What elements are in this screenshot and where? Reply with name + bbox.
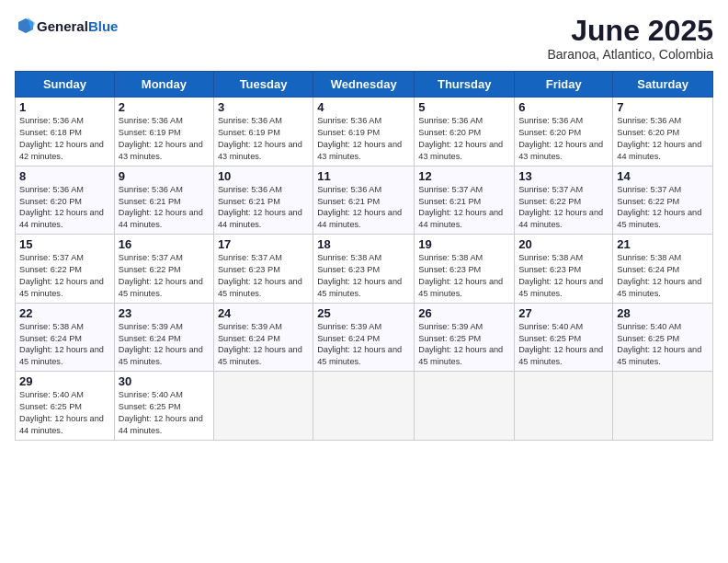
day-info: Sunrise: 5:38 AMSunset: 6:24 PMDaylight:… <box>617 252 709 300</box>
day-number: 26 <box>418 306 510 320</box>
logo-blue: Blue <box>88 18 119 34</box>
day-number: 13 <box>518 169 609 183</box>
day-info: Sunrise: 5:36 AMSunset: 6:20 PMDaylight:… <box>418 115 510 163</box>
day-number: 8 <box>19 169 110 183</box>
day-number: 3 <box>218 100 309 114</box>
calendar-header-thursday: Thursday <box>415 72 515 98</box>
calendar-page: GeneralBlue June 2025 Baranoa, Atlantico… <box>0 0 728 563</box>
calendar-cell: 1Sunrise: 5:36 AMSunset: 6:18 PMDaylight… <box>16 98 115 167</box>
calendar-cell: 5Sunrise: 5:36 AMSunset: 6:20 PMDaylight… <box>415 98 515 167</box>
calendar-cell: 3Sunrise: 5:36 AMSunset: 6:19 PMDaylight… <box>213 98 313 167</box>
day-number: 5 <box>418 100 510 114</box>
day-info: Sunrise: 5:37 AMSunset: 6:22 PMDaylight:… <box>617 184 709 232</box>
calendar-cell <box>515 372 613 441</box>
day-number: 2 <box>119 100 210 114</box>
calendar-cell: 24Sunrise: 5:39 AMSunset: 6:24 PMDayligh… <box>213 303 313 372</box>
day-number: 15 <box>19 237 110 251</box>
day-number: 9 <box>119 169 210 183</box>
day-info: Sunrise: 5:37 AMSunset: 6:21 PMDaylight:… <box>418 184 510 232</box>
calendar-table: SundayMondayTuesdayWednesdayThursdayFrid… <box>15 71 713 441</box>
day-number: 24 <box>218 306 309 320</box>
day-info: Sunrise: 5:39 AMSunset: 6:24 PMDaylight:… <box>119 321 210 369</box>
calendar-cell: 17Sunrise: 5:37 AMSunset: 6:23 PMDayligh… <box>213 235 313 304</box>
day-number: 17 <box>218 237 309 251</box>
day-info: Sunrise: 5:39 AMSunset: 6:24 PMDaylight:… <box>218 321 309 369</box>
day-info: Sunrise: 5:36 AMSunset: 6:20 PMDaylight:… <box>617 115 709 163</box>
day-info: Sunrise: 5:36 AMSunset: 6:20 PMDaylight:… <box>19 184 110 232</box>
day-info: Sunrise: 5:36 AMSunset: 6:18 PMDaylight:… <box>19 115 110 163</box>
day-number: 10 <box>218 169 309 183</box>
calendar-header-friday: Friday <box>515 72 613 98</box>
calendar-cell: 18Sunrise: 5:38 AMSunset: 6:23 PMDayligh… <box>313 235 415 304</box>
day-number: 7 <box>617 100 709 114</box>
logo-icon <box>15 15 37 37</box>
title-area: June 2025 Baranoa, Atlantico, Colombia <box>547 15 713 62</box>
calendar-header-wednesday: Wednesday <box>313 72 415 98</box>
day-info: Sunrise: 5:40 AMSunset: 6:25 PMDaylight:… <box>119 389 210 437</box>
calendar-cell: 22Sunrise: 5:38 AMSunset: 6:24 PMDayligh… <box>16 303 115 372</box>
day-info: Sunrise: 5:39 AMSunset: 6:24 PMDaylight:… <box>317 321 410 369</box>
calendar-week-1: 1Sunrise: 5:36 AMSunset: 6:18 PMDaylight… <box>16 98 713 167</box>
day-number: 23 <box>119 306 210 320</box>
calendar-cell: 11Sunrise: 5:36 AMSunset: 6:21 PMDayligh… <box>313 166 415 235</box>
calendar-header-monday: Monday <box>114 72 213 98</box>
day-number: 4 <box>317 100 410 114</box>
day-info: Sunrise: 5:40 AMSunset: 6:25 PMDaylight:… <box>617 321 709 369</box>
day-number: 30 <box>119 374 210 388</box>
day-number: 18 <box>317 237 410 251</box>
day-info: Sunrise: 5:37 AMSunset: 6:22 PMDaylight:… <box>19 252 110 300</box>
day-info: Sunrise: 5:38 AMSunset: 6:23 PMDaylight:… <box>317 252 410 300</box>
calendar-title: June 2025 <box>547 15 713 47</box>
day-info: Sunrise: 5:37 AMSunset: 6:22 PMDaylight:… <box>518 184 609 232</box>
day-number: 1 <box>19 100 110 114</box>
day-number: 21 <box>617 237 709 251</box>
calendar-header-tuesday: Tuesday <box>213 72 313 98</box>
calendar-cell: 2Sunrise: 5:36 AMSunset: 6:19 PMDaylight… <box>114 98 213 167</box>
day-info: Sunrise: 5:39 AMSunset: 6:25 PMDaylight:… <box>418 321 510 369</box>
calendar-week-4: 22Sunrise: 5:38 AMSunset: 6:24 PMDayligh… <box>16 303 713 372</box>
calendar-cell <box>313 372 415 441</box>
day-info: Sunrise: 5:40 AMSunset: 6:25 PMDaylight:… <box>19 389 110 437</box>
day-info: Sunrise: 5:38 AMSunset: 6:24 PMDaylight:… <box>19 321 110 369</box>
day-number: 20 <box>518 237 609 251</box>
calendar-cell: 16Sunrise: 5:37 AMSunset: 6:22 PMDayligh… <box>114 235 213 304</box>
calendar-cell <box>415 372 515 441</box>
day-number: 25 <box>317 306 410 320</box>
calendar-cell: 4Sunrise: 5:36 AMSunset: 6:19 PMDaylight… <box>313 98 415 167</box>
day-number: 22 <box>19 306 110 320</box>
day-info: Sunrise: 5:36 AMSunset: 6:19 PMDaylight:… <box>218 115 309 163</box>
day-number: 16 <box>119 237 210 251</box>
day-info: Sunrise: 5:36 AMSunset: 6:19 PMDaylight:… <box>317 115 410 163</box>
day-info: Sunrise: 5:36 AMSunset: 6:21 PMDaylight:… <box>317 184 410 232</box>
day-number: 11 <box>317 169 410 183</box>
calendar-cell: 14Sunrise: 5:37 AMSunset: 6:22 PMDayligh… <box>613 166 713 235</box>
calendar-cell: 12Sunrise: 5:37 AMSunset: 6:21 PMDayligh… <box>415 166 515 235</box>
day-info: Sunrise: 5:38 AMSunset: 6:23 PMDaylight:… <box>518 252 609 300</box>
calendar-cell: 25Sunrise: 5:39 AMSunset: 6:24 PMDayligh… <box>313 303 415 372</box>
calendar-cell: 26Sunrise: 5:39 AMSunset: 6:25 PMDayligh… <box>415 303 515 372</box>
day-number: 27 <box>518 306 609 320</box>
logo-general: General <box>37 18 88 34</box>
calendar-cell: 23Sunrise: 5:39 AMSunset: 6:24 PMDayligh… <box>114 303 213 372</box>
calendar-week-5: 29Sunrise: 5:40 AMSunset: 6:25 PMDayligh… <box>16 372 713 441</box>
day-number: 14 <box>617 169 709 183</box>
calendar-cell: 28Sunrise: 5:40 AMSunset: 6:25 PMDayligh… <box>613 303 713 372</box>
day-info: Sunrise: 5:38 AMSunset: 6:23 PMDaylight:… <box>418 252 510 300</box>
day-info: Sunrise: 5:36 AMSunset: 6:21 PMDaylight:… <box>119 184 210 232</box>
calendar-cell: 30Sunrise: 5:40 AMSunset: 6:25 PMDayligh… <box>114 372 213 441</box>
day-info: Sunrise: 5:36 AMSunset: 6:20 PMDaylight:… <box>518 115 609 163</box>
calendar-cell: 10Sunrise: 5:36 AMSunset: 6:21 PMDayligh… <box>213 166 313 235</box>
calendar-cell: 7Sunrise: 5:36 AMSunset: 6:20 PMDaylight… <box>613 98 713 167</box>
calendar-week-3: 15Sunrise: 5:37 AMSunset: 6:22 PMDayligh… <box>16 235 713 304</box>
calendar-cell: 8Sunrise: 5:36 AMSunset: 6:20 PMDaylight… <box>16 166 115 235</box>
calendar-header-saturday: Saturday <box>613 72 713 98</box>
day-number: 12 <box>418 169 510 183</box>
calendar-header-row: SundayMondayTuesdayWednesdayThursdayFrid… <box>16 72 713 98</box>
calendar-cell: 29Sunrise: 5:40 AMSunset: 6:25 PMDayligh… <box>16 372 115 441</box>
calendar-cell: 6Sunrise: 5:36 AMSunset: 6:20 PMDaylight… <box>515 98 613 167</box>
day-info: Sunrise: 5:40 AMSunset: 6:25 PMDaylight:… <box>518 321 609 369</box>
calendar-cell <box>613 372 713 441</box>
day-number: 6 <box>518 100 609 114</box>
day-info: Sunrise: 5:36 AMSunset: 6:21 PMDaylight:… <box>218 184 309 232</box>
day-number: 29 <box>19 374 110 388</box>
